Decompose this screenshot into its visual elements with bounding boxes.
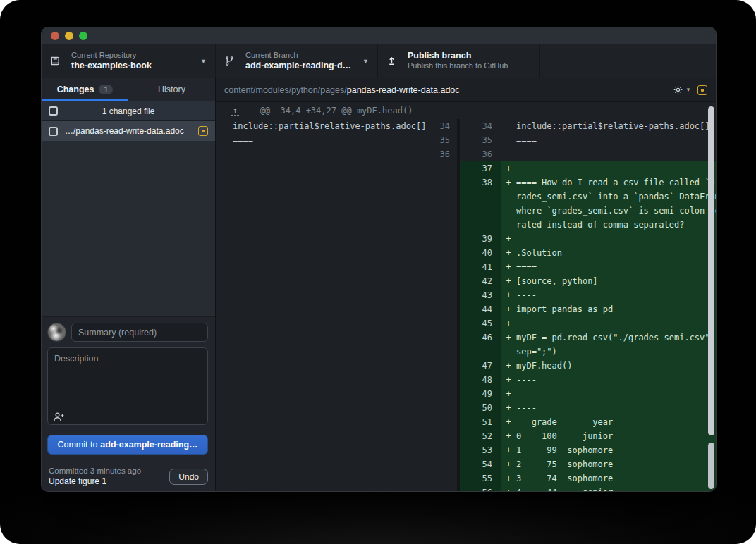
diff-old-linenum[interactable] [427, 471, 460, 486]
diff-new-linenum[interactable]: 54 [460, 457, 501, 471]
diff-new-linenum[interactable]: 35 [460, 133, 501, 147]
diff-old-linenum[interactable]: 35 [427, 133, 460, 147]
publish-upload-icon [386, 56, 401, 66]
diff-new-content: 4 44 senior [516, 486, 716, 491]
diff-new-linenum[interactable]: 51 [460, 415, 501, 429]
diff-new-linenum[interactable]: 53 [460, 443, 501, 457]
diff-old-linenum[interactable] [427, 274, 460, 288]
diff-old-content [216, 486, 427, 491]
file-row[interactable]: …/pandas-read-write-data.adoc [42, 121, 215, 141]
diff-old-content [216, 316, 427, 330]
diff-old-linenum[interactable] [427, 190, 460, 204]
add-coauthor-icon[interactable] [53, 410, 67, 423]
changes-count-badge: 1 [99, 85, 113, 94]
diff-new-linenum[interactable] [460, 345, 501, 359]
diff-new-linenum[interactable] [460, 190, 501, 204]
diff-new-linenum[interactable]: 56 [460, 486, 501, 491]
expand-hunk-icon[interactable]: ↑ [231, 106, 239, 116]
diff-new-content: include::partial$relative-paths.adoc[] [516, 119, 716, 133]
diff-new-linenum[interactable]: 50 [460, 401, 501, 415]
diff-new-linenum[interactable]: 38 [460, 175, 501, 190]
undo-button[interactable]: Undo [169, 469, 208, 485]
publish-branch-button[interactable]: Publish branch Publish this branch to Gi… [378, 44, 540, 78]
current-repository-selector[interactable]: Current Repository the-examples-book ▼ [42, 44, 216, 78]
commit-button[interactable]: Commit to add-example-reading… [47, 435, 208, 455]
diff-options-button[interactable]: ▼ [673, 85, 691, 95]
diff-new-linenum[interactable]: 34 [460, 119, 501, 133]
diff-old-linenum[interactable] [427, 401, 460, 415]
diff-old-linenum[interactable] [427, 345, 460, 359]
diff-marker [501, 119, 516, 133]
diff-scrollbar-thumb-lower[interactable] [708, 443, 714, 489]
diff-new-linenum[interactable]: 49 [460, 387, 501, 401]
diff-new-linenum[interactable]: 48 [460, 373, 501, 387]
file-checkbox[interactable] [49, 127, 58, 136]
diff-old-linenum[interactable] [427, 204, 460, 218]
minimize-window-button[interactable] [65, 32, 73, 40]
summary-input[interactable] [71, 323, 208, 342]
diff-new-linenum[interactable]: 36 [460, 147, 501, 161]
current-branch-label: Current Branch [245, 51, 351, 61]
diff-old-content [216, 175, 427, 190]
diff-old-linenum[interactable] [427, 232, 460, 246]
diff-old-linenum[interactable]: 34 [427, 119, 460, 133]
diff-old-linenum[interactable] [427, 443, 460, 457]
diff-new-linenum[interactable]: 42 [460, 274, 501, 288]
diff-old-linenum[interactable] [427, 161, 460, 175]
diff-scrollbar-thumb[interactable] [708, 106, 714, 435]
diff-old-linenum[interactable] [427, 359, 460, 373]
diff-marker: + [501, 161, 516, 175]
diff-old-linenum[interactable] [427, 175, 460, 190]
diff-new-content [516, 316, 716, 330]
diff-new-linenum[interactable] [460, 218, 501, 232]
chevron-down-icon: ▼ [685, 87, 691, 93]
diff-marker [501, 147, 516, 161]
diff-new-linenum[interactable]: 43 [460, 288, 501, 302]
diff-marker: + [501, 471, 516, 486]
close-window-button[interactable] [51, 32, 59, 40]
diff-old-content [216, 345, 427, 359]
diff-new-linenum[interactable]: 52 [460, 429, 501, 443]
tab-history-label: History [158, 85, 185, 94]
diff-old-linenum[interactable] [427, 260, 460, 274]
tab-changes[interactable]: Changes 1 [42, 78, 128, 101]
diff-new-linenum[interactable]: 46 [460, 330, 501, 345]
diff-old-content [216, 260, 427, 274]
diff-old-linenum[interactable] [427, 415, 460, 429]
description-textarea[interactable] [47, 347, 208, 425]
diff-new-linenum[interactable]: 39 [460, 232, 501, 246]
diff-new-linenum[interactable]: 37 [460, 161, 501, 175]
diff-old-linenum[interactable] [427, 387, 460, 401]
diff-old-linenum[interactable] [427, 246, 460, 260]
diff-old-linenum[interactable]: 36 [427, 147, 460, 161]
diff-new-linenum[interactable]: 44 [460, 302, 501, 316]
diff-new-linenum[interactable] [460, 204, 501, 218]
diff-marker: + [501, 486, 516, 491]
diff-new-linenum[interactable]: 45 [460, 316, 501, 330]
diff-old-linenum[interactable] [427, 330, 460, 345]
diff-old-linenum[interactable] [427, 288, 460, 302]
tab-history[interactable]: History [128, 78, 215, 101]
titlebar [42, 27, 716, 44]
diff-new-linenum[interactable]: 55 [460, 471, 501, 486]
diff-marker: + [501, 429, 516, 443]
diff-old-linenum[interactable] [427, 429, 460, 443]
diff-old-linenum[interactable] [427, 218, 460, 232]
diff-old-content [216, 387, 427, 401]
diff-new-linenum[interactable]: 40 [460, 246, 501, 260]
file-path-header: content/modules/python/pages/pandas-read… [216, 78, 716, 102]
diff-old-content [216, 302, 427, 316]
diff-new-linenum[interactable]: 47 [460, 359, 501, 373]
diff-pane: content/modules/python/pages/pandas-read… [216, 78, 716, 491]
file-path-name: pandas-read-write-data.adoc [347, 85, 460, 95]
diff-new-linenum[interactable]: 41 [460, 260, 501, 274]
diff-old-linenum[interactable] [427, 316, 460, 330]
diff-old-linenum[interactable] [427, 302, 460, 316]
diff-marker: + [501, 387, 516, 401]
diff-old-linenum[interactable] [427, 457, 460, 471]
zoom-window-button[interactable] [79, 32, 87, 40]
current-branch-selector[interactable]: Current Branch add-example-reading-d… ▼ [216, 44, 378, 78]
diff-old-linenum[interactable] [427, 373, 460, 387]
diff-old-linenum[interactable] [427, 486, 460, 491]
diff-marker: + [501, 288, 516, 302]
